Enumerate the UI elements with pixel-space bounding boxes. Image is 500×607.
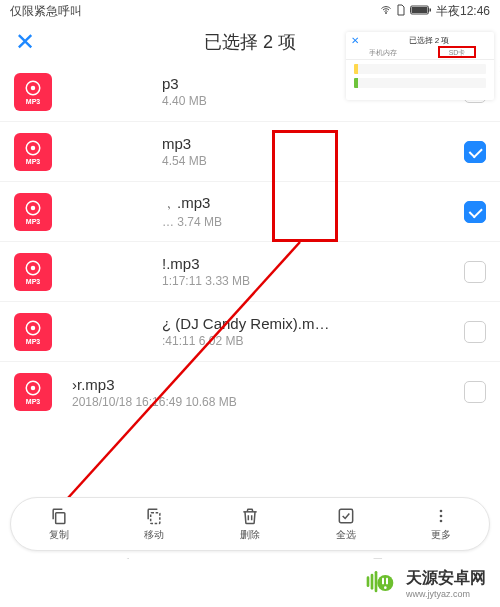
toolbar-label: 删除 (240, 528, 260, 542)
file-list: MP3 p34.40 MB MP3 mp34.54 MB MP3 ﹐.mp3… … (0, 62, 500, 422)
file-name: mp3 (162, 135, 456, 152)
file-row[interactable]: MP3 ¿ (DJ Candy Remix).m…:41:11 6.02 MB (0, 302, 500, 362)
inset-row (354, 64, 486, 74)
file-name: ﹐.mp3 (162, 194, 456, 213)
more-button[interactable]: 更多 (393, 498, 489, 550)
move-icon (144, 506, 164, 526)
delete-button[interactable]: 删除 (202, 498, 298, 550)
svg-rect-28 (386, 578, 388, 585)
svg-rect-19 (339, 509, 352, 522)
mp3-icon: MP3 (14, 133, 52, 171)
svg-point-20 (440, 510, 443, 513)
mp3-icon: MP3 (14, 193, 52, 231)
svg-point-0 (385, 12, 386, 13)
action-toolbar: 复制 移动 删除 全选 更多 (10, 497, 490, 551)
checkbox[interactable] (464, 321, 486, 343)
move-button[interactable]: 移动 (107, 498, 203, 550)
select-all-icon (336, 506, 356, 526)
file-name: ¿ (DJ Candy Remix).m… (162, 315, 456, 332)
svg-rect-23 (367, 576, 370, 587)
inset-tab-phone: 手机内存 (346, 48, 420, 59)
svg-point-9 (32, 206, 35, 209)
brand-name: 天源安卓网 (406, 568, 486, 589)
svg-point-15 (32, 387, 35, 390)
sim-icon (396, 4, 406, 19)
svg-rect-17 (55, 513, 64, 524)
brand-logo-icon (364, 567, 396, 599)
file-meta: 4.54 MB (162, 154, 456, 168)
checkbox[interactable] (464, 381, 486, 403)
file-meta: :41:11 6.02 MB (162, 334, 456, 348)
copy-icon (49, 506, 69, 526)
file-meta: … 3.74 MB (162, 215, 456, 229)
toolbar-label: 全选 (336, 528, 356, 542)
svg-point-5 (32, 86, 35, 89)
file-row[interactable]: MP3 ›r.mp32018/10/18 16:16:49 10.68 MB (0, 362, 500, 422)
svg-rect-18 (151, 513, 160, 524)
trash-icon (240, 506, 260, 526)
status-bar: 仅限紧急呼叫 半夜12:46 (0, 0, 500, 22)
toolbar-label: 复制 (49, 528, 69, 542)
svg-rect-25 (375, 571, 378, 592)
copy-button[interactable]: 复制 (11, 498, 107, 550)
svg-rect-27 (382, 578, 384, 585)
inset-thumb: ✕ 已选择 2 项 手机内存 SD卡 › (346, 32, 494, 100)
svg-point-22 (440, 520, 443, 523)
inset-close-icon: ✕ (346, 35, 364, 46)
mp3-icon: MP3 (14, 373, 52, 411)
file-row[interactable]: MP3 ﹐.mp3… 3.74 MB (0, 182, 500, 242)
close-icon[interactable]: ✕ (0, 28, 50, 56)
brand-url: www.jytyaz.com (406, 589, 470, 599)
checkbox[interactable] (464, 261, 486, 283)
wifi-icon (380, 4, 392, 19)
svg-rect-24 (371, 574, 374, 590)
more-icon (431, 506, 451, 526)
file-name: !.mp3 (162, 255, 456, 272)
inset-title: 已选择 2 项 (364, 35, 494, 46)
file-meta: 2018/10/18 16:16:49 10.68 MB (72, 395, 456, 409)
annotation-sd-highlight (438, 46, 476, 58)
svg-point-11 (32, 266, 35, 269)
toolbar-label: 移动 (144, 528, 164, 542)
status-carrier: 仅限紧急呼叫 (10, 3, 82, 20)
svg-point-13 (32, 326, 35, 329)
checkbox[interactable] (464, 201, 486, 223)
select-all-button[interactable]: 全选 (298, 498, 394, 550)
mp3-icon: MP3 (14, 253, 52, 291)
battery-icon (410, 4, 432, 19)
inset-row (354, 78, 486, 88)
brand-footer: 天源安卓网 www.jytyaz.com (0, 559, 500, 607)
file-row[interactable]: MP3 mp34.54 MB (0, 122, 500, 182)
svg-point-21 (440, 515, 443, 518)
file-row[interactable]: MP3 !.mp31:17:11 3.33 MB (0, 242, 500, 302)
file-meta: 1:17:11 3.33 MB (162, 274, 456, 288)
status-right: 半夜12:46 (380, 3, 490, 20)
file-name: ›r.mp3 (72, 376, 456, 393)
svg-point-29 (384, 586, 387, 589)
status-time: 半夜12:46 (436, 3, 490, 20)
mp3-icon: MP3 (14, 313, 52, 351)
mp3-icon: MP3 (14, 73, 52, 111)
checkbox[interactable] (464, 141, 486, 163)
toolbar-label: 更多 (431, 528, 451, 542)
svg-rect-2 (411, 7, 427, 13)
svg-point-7 (32, 146, 35, 149)
svg-rect-3 (429, 8, 431, 11)
